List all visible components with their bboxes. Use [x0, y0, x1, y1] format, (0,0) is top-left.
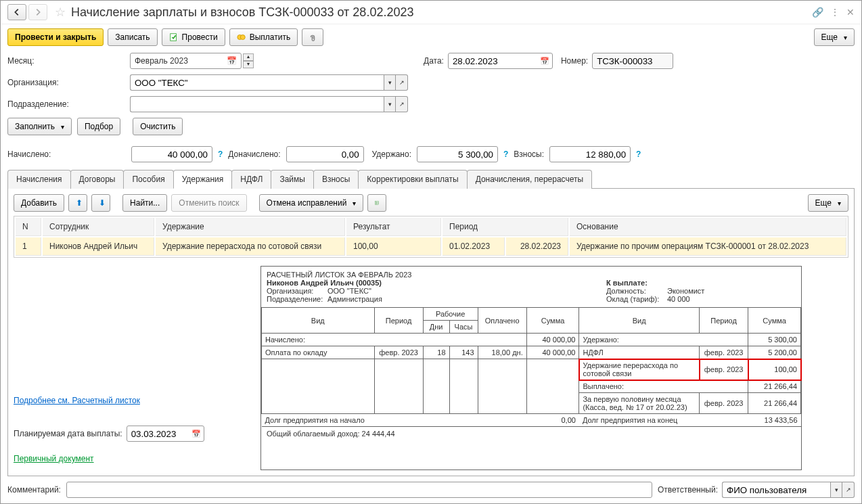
ps-rate-label: Оклад (тариф):	[606, 295, 667, 303]
svg-point-2	[240, 35, 245, 40]
month-field[interactable]: Февраль 2023 📅	[130, 53, 242, 69]
cell-deduction[interactable]: Удержание перерасхода по сотовой связи	[156, 237, 345, 256]
favorite-star-icon[interactable]: ☆	[55, 5, 66, 20]
payslip-details-link[interactable]: Подробнее см. Расчетный листок	[14, 396, 247, 405]
move-up-button[interactable]: ⬆	[68, 194, 87, 212]
cell-employee[interactable]: Никонов Андрей Ильич	[43, 237, 154, 256]
col-n-header: N	[16, 218, 41, 236]
ps-org-value: ООО "ТЕКС"	[327, 287, 371, 295]
tab-more-button[interactable]: Еще	[808, 194, 848, 212]
addl-label: Доначислено:	[228, 150, 280, 159]
grid-icon	[375, 198, 379, 208]
ps-rate-value: 40 000	[667, 295, 690, 303]
withheld-field[interactable]	[417, 146, 498, 162]
more-button[interactable]: Еще	[814, 28, 855, 46]
tab-ndfl[interactable]: НДФЛ	[231, 170, 271, 189]
deductions-grid[interactable]: N Сотрудник Удержание Результат Период О…	[14, 216, 848, 258]
ps-position-value: Экономист	[667, 287, 704, 295]
month-label: Месяц:	[7, 56, 126, 66]
ps-pay-label: К выплате:	[606, 279, 796, 287]
number-field	[592, 53, 673, 69]
tab-contributions[interactable]: Взносы	[313, 170, 359, 189]
post-label: Провести	[182, 32, 218, 42]
hint-icon[interactable]: ?	[218, 150, 223, 159]
close-icon[interactable]: ✕	[846, 7, 855, 18]
comment-field[interactable]	[66, 482, 652, 498]
withheld-label: Удержано:	[372, 150, 411, 159]
settings-button[interactable]	[367, 194, 386, 212]
nav-forward-button	[28, 4, 47, 20]
tab-loans[interactable]: Займы	[271, 170, 314, 189]
pay-button[interactable]: Выплатить	[229, 28, 298, 46]
ps-title: РАСЧЕТНЫЙ ЛИСТОК ЗА ФЕВРАЛЬ 2023	[267, 271, 606, 279]
fill-button[interactable]: Заполнить	[7, 118, 72, 135]
move-down-button[interactable]: ⬇	[91, 194, 110, 212]
planned-date-field[interactable]	[127, 426, 204, 442]
tab-contracts[interactable]: Договоры	[70, 170, 124, 189]
dept-label: Подразделение:	[7, 99, 126, 109]
select-button[interactable]: Подбор	[77, 118, 120, 135]
ps-dept-value: Администрация	[327, 295, 382, 303]
month-value: Февраль 2023	[135, 56, 188, 66]
month-down-button[interactable]: ▼	[243, 61, 254, 68]
planned-date-label: Планируемая дата выплаты:	[14, 429, 122, 438]
cell-basis[interactable]: Удержание по прочим операциям ТСЗК-00000…	[570, 237, 846, 256]
nav-back-button[interactable]	[7, 4, 26, 20]
col-result-header: Результат	[346, 218, 441, 236]
dept-dropdown-button[interactable]: ▾	[384, 96, 396, 112]
responsible-dropdown-button[interactable]: ▾	[830, 482, 842, 498]
tab-corrections[interactable]: Корректировки выплаты	[358, 170, 467, 189]
accrued-label: Начислено:	[7, 150, 126, 159]
pay-label: Выплатить	[250, 32, 291, 42]
calendar-icon: 📅	[227, 56, 237, 66]
org-field[interactable]	[130, 74, 384, 91]
ps-employee: Никонов Андрей Ильич (00035)	[267, 279, 606, 287]
tab-deductions[interactable]: Удержания	[173, 170, 233, 189]
contrib-field[interactable]	[549, 146, 631, 162]
tab-recalc[interactable]: Доначисления, перерасчеты	[467, 170, 592, 189]
add-button[interactable]: Добавить	[14, 194, 64, 212]
dept-field[interactable]	[130, 96, 384, 112]
save-button[interactable]: Записать	[108, 28, 157, 46]
dept-open-button[interactable]: ↗	[396, 96, 408, 112]
link-icon[interactable]: 🔗	[812, 7, 823, 18]
ps-position-label: Должность:	[606, 287, 667, 295]
kebab-menu-icon[interactable]: ⋮	[830, 7, 840, 18]
responsible-field[interactable]	[722, 482, 830, 498]
hint-icon[interactable]: ?	[503, 150, 508, 159]
cell-period-to[interactable]: 28.02.2023	[506, 237, 568, 256]
accrued-field[interactable]	[131, 146, 212, 162]
primary-doc-link[interactable]: Первичный документ	[14, 454, 247, 463]
responsible-label: Ответственный:	[658, 485, 718, 495]
arrow-right-icon	[33, 7, 43, 17]
org-dropdown-button[interactable]: ▾	[384, 74, 396, 91]
hint-icon[interactable]: ?	[636, 150, 641, 159]
post-and-close-button[interactable]: Провести и закрыть	[7, 28, 104, 46]
month-up-button[interactable]: ▲	[243, 53, 254, 61]
responsible-open-button[interactable]: ↗	[842, 482, 855, 498]
svg-rect-3	[376, 202, 379, 205]
org-open-button[interactable]: ↗	[396, 74, 408, 91]
svg-rect-0	[170, 34, 176, 41]
attach-button[interactable]	[302, 28, 323, 46]
tab-accruals[interactable]: Начисления	[7, 170, 71, 189]
find-button[interactable]: Найти...	[122, 194, 167, 212]
paperclip-icon	[308, 32, 317, 42]
cell-period-from[interactable]: 01.02.2023	[443, 237, 505, 256]
col-period-header: Период	[443, 218, 568, 236]
date-label: Дата:	[424, 56, 444, 66]
addl-field[interactable]	[286, 146, 364, 162]
cancel-fixes-button[interactable]: Отмена исправлений	[259, 194, 364, 212]
date-field[interactable]	[448, 53, 553, 69]
cell-result[interactable]: 100,00	[346, 237, 441, 256]
cancel-search-button: Отменить поиск	[171, 194, 246, 212]
contrib-label: Взносы:	[514, 150, 544, 159]
tab-benefits[interactable]: Пособия	[123, 170, 173, 189]
ps-dept-label: Подразделение:	[267, 295, 327, 303]
ps-taxable-value: 24 444,44	[362, 430, 395, 438]
money-icon	[237, 32, 246, 42]
post-icon	[169, 32, 179, 42]
post-button[interactable]: Провести	[162, 28, 225, 46]
clear-button[interactable]: Очистить	[133, 118, 183, 135]
table-row[interactable]: 1 Никонов Андрей Ильич Удержание перерас…	[16, 237, 846, 256]
